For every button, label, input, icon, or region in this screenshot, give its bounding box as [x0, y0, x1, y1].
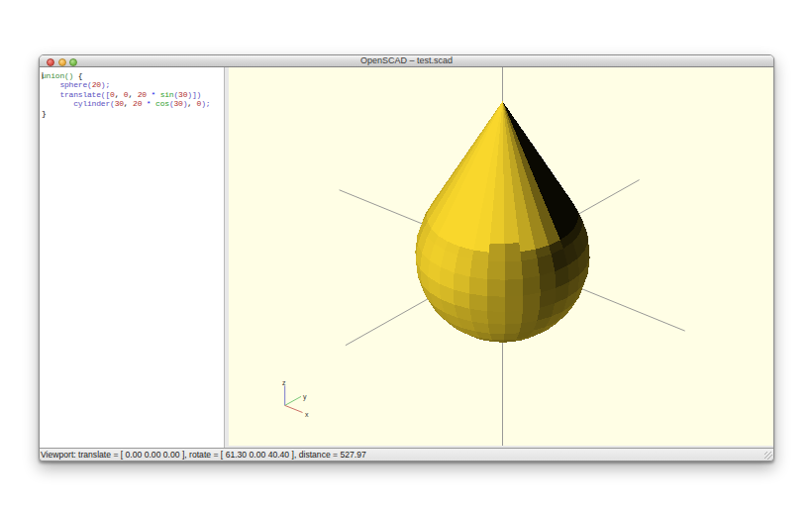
svg-text:z: z: [282, 379, 286, 386]
svg-text:y: y: [303, 393, 307, 401]
svg-text:x: x: [305, 411, 309, 418]
